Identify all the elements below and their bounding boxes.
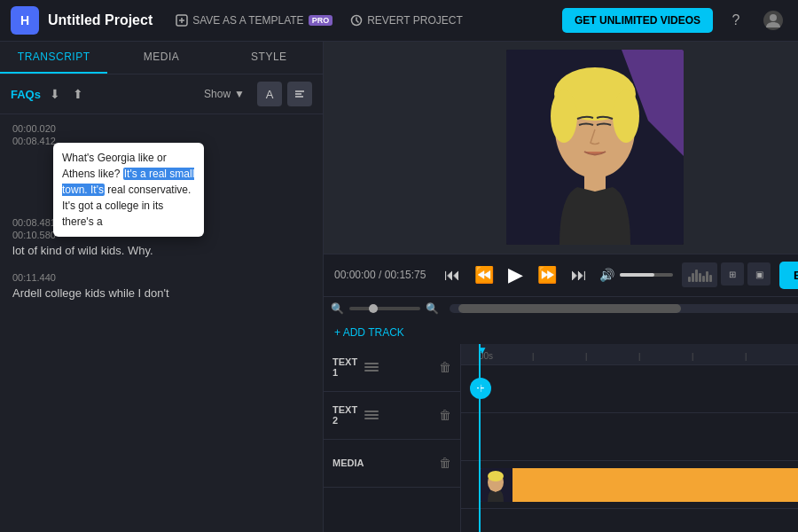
user-avatar[interactable]	[759, 6, 787, 35]
media-clip-thumbnail	[479, 468, 512, 502]
svg-point-11	[551, 90, 577, 143]
ruler-tick-5: |	[745, 352, 747, 361]
add-track-button[interactable]: + ADD TRACK	[324, 321, 415, 344]
revert-icon	[350, 14, 363, 27]
player-controls: ⏮ ⏪ ▶ ⏩ ⏭	[441, 260, 591, 290]
rewind-button[interactable]: ⏪	[471, 262, 497, 288]
playhead-line	[479, 344, 481, 533]
ruler-tick-4: |	[692, 352, 693, 361]
time-display: 00:00:00 / 00:15:75	[334, 269, 432, 281]
volume-fill	[620, 273, 654, 277]
clip-thumbnail-image	[479, 468, 512, 502]
help-button[interactable]: ?	[722, 6, 750, 35]
svg-point-3	[770, 14, 777, 21]
pro-badge: PRO	[309, 15, 333, 26]
play-button[interactable]: ▶	[505, 260, 527, 290]
svg-point-12	[613, 90, 639, 143]
view-toggle-button-1[interactable]: ⊞	[721, 262, 744, 286]
view-toggle-button-2[interactable]: ▣	[747, 262, 771, 286]
zoom-in-icon: 🔍	[426, 302, 439, 315]
svg-point-18	[488, 471, 504, 481]
align-icon	[293, 88, 306, 100]
track-row-3	[461, 461, 798, 509]
tab-transcript[interactable]: TRANSCRIPT	[0, 42, 107, 74]
video-content	[506, 50, 684, 245]
player-bar: 00:00:00 / 00:15:75 ⏮ ⏪ ▶ ⏩ ⏭ 🔊	[324, 254, 798, 296]
transcript-entry-3: 00:11.440 Ardell college kids while I do…	[12, 272, 310, 302]
transcript-content: What's Georgia like or Athens like? It's…	[0, 114, 323, 532]
volume-area: 🔊	[599, 268, 673, 282]
chevron-down-icon: ▼	[234, 88, 245, 100]
font-style-button[interactable]: A	[257, 82, 282, 106]
ruler-tick-3: |	[638, 352, 640, 361]
main-layout: TRANSCRIPT MEDIA STYLE FAQs ⬇ ⬆ Show ▼ A…	[0, 42, 798, 532]
track-labels: TEXT1 🗑 TEXT2 🗑 MEDIA	[324, 344, 461, 533]
timeline-ruler: 00s | | | | | | 05s | | | | ▼	[461, 344, 798, 365]
zoom-thumb	[369, 304, 378, 313]
ruler-tick-2: |	[585, 352, 587, 361]
get-unlimited-button[interactable]: GET UNLIMITED VIDEOS	[562, 8, 713, 33]
track-row-1: +	[461, 365, 798, 413]
avatar-icon	[763, 10, 784, 31]
topbar: H Untitled Project SAVE AS A TEMPLATE PR…	[0, 0, 798, 42]
timeline-content: TEXT1 🗑 TEXT2 🗑 MEDIA	[324, 344, 798, 533]
extra-buttons: ⊞ ▣	[682, 262, 771, 287]
project-title: Untitled Project	[48, 12, 153, 28]
track-row-2	[461, 413, 798, 461]
timeline-tracks: 00s | | | | | | 05s | | | | ▼	[461, 344, 798, 533]
tooltip-popup: What's Georgia like or Athens like? It's…	[53, 143, 204, 237]
playhead	[479, 344, 481, 533]
track-1-lines-icon	[364, 363, 379, 372]
waveform-button[interactable]	[682, 262, 717, 287]
app-logo: H	[11, 6, 39, 35]
video-area	[324, 42, 798, 254]
skip-to-end-button[interactable]: ⏭	[567, 262, 591, 288]
tab-style[interactable]: STYLE	[215, 42, 323, 74]
topbar-actions: SAVE AS A TEMPLATE PRO REVERT PROJECT	[170, 11, 467, 30]
panel-tabs: TRANSCRIPT MEDIA STYLE	[0, 42, 323, 74]
track-1-label: TEXT1	[332, 356, 357, 378]
save-template-button[interactable]: SAVE AS A TEMPLATE PRO	[170, 11, 338, 30]
waveform-mini	[688, 268, 712, 282]
save-template-icon	[176, 14, 188, 27]
video-frame	[506, 50, 684, 245]
show-dropdown-button[interactable]: Show ▼	[197, 84, 252, 104]
timeline-area: + ADD TRACK TEXT1 🗑 TEXT2	[324, 321, 798, 533]
track-2-delete-button[interactable]: 🗑	[439, 408, 451, 422]
zoom-slider[interactable]	[349, 307, 420, 310]
faqs-label: FAQs	[11, 88, 41, 101]
export-button[interactable]: EXPORT	[779, 262, 798, 289]
volume-icon: 🔊	[599, 268, 614, 282]
align-style-button[interactable]	[287, 82, 312, 106]
track-2-lines-icon	[364, 411, 379, 419]
left-panel: TRANSCRIPT MEDIA STYLE FAQs ⬇ ⬆ Show ▼ A…	[0, 42, 324, 532]
transcript-toolbar: FAQs ⬇ ⬆ Show ▼ A	[0, 74, 323, 114]
add-clip-button-1[interactable]: +	[470, 378, 491, 399]
download-button[interactable]: ⬇	[46, 85, 64, 103]
transcript-time-3: 00:11.440	[12, 272, 310, 283]
track-2-label: TEXT2	[332, 404, 357, 426]
track-label-text2: TEXT2 🗑	[324, 392, 460, 440]
media-clip[interactable]	[479, 468, 798, 502]
ruler-tick-1: |	[532, 352, 534, 361]
fast-forward-button[interactable]: ⏩	[534, 262, 560, 288]
upload-button[interactable]: ⬆	[69, 85, 87, 103]
zoom-bar: 🔍 🔍	[324, 296, 798, 321]
tab-media[interactable]: MEDIA	[107, 42, 215, 74]
track-label-text1: TEXT1 🗑	[324, 344, 460, 392]
track-3-delete-button[interactable]: 🗑	[439, 456, 451, 470]
skip-to-start-button[interactable]: ⏮	[441, 262, 464, 288]
track-1-delete-button[interactable]: 🗑	[439, 360, 451, 374]
right-panel: 00:00:00 / 00:15:75 ⏮ ⏪ ▶ ⏩ ⏭ 🔊	[324, 42, 798, 532]
transcript-text-2: lot of kind of wild kids. Why.	[12, 242, 310, 260]
revert-project-button[interactable]: REVERT PROJECT	[345, 11, 468, 30]
zoom-out-icon: 🔍	[331, 302, 344, 315]
volume-slider[interactable]	[620, 273, 673, 277]
timeline-scroll-handle	[458, 304, 681, 313]
track-label-media: MEDIA 🗑	[324, 440, 460, 488]
highlighted-text: It's a real small town. It's	[62, 168, 194, 196]
timeline-scroll[interactable]	[450, 304, 798, 313]
transcript-time-1: 00:00.020	[12, 123, 310, 134]
track-3-label: MEDIA	[332, 458, 364, 468]
transcript-text-3: Ardell college kids while I don't	[12, 285, 310, 302]
